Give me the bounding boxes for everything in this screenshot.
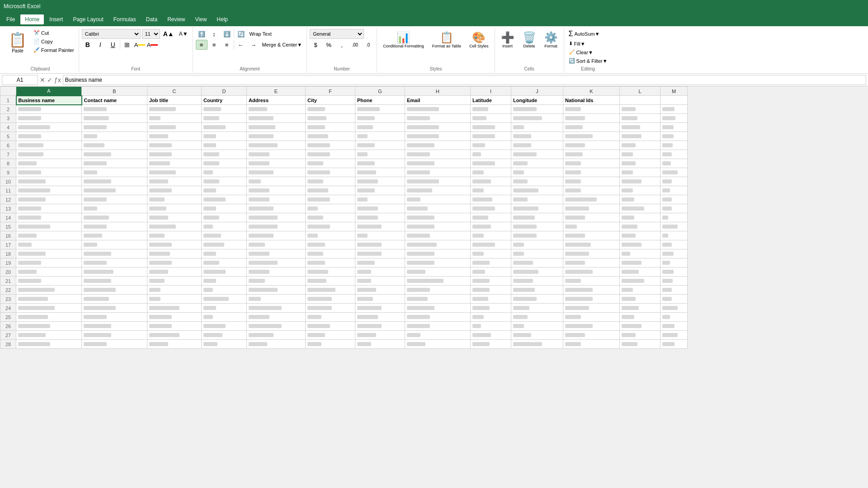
cell-B20[interactable] xyxy=(82,267,147,277)
cell-B4[interactable] xyxy=(82,123,147,132)
cell-I15[interactable] xyxy=(471,222,511,231)
row-num-24[interactable]: 24 xyxy=(0,304,16,313)
cell-C22[interactable] xyxy=(147,286,202,295)
row-num-18[interactable]: 18 xyxy=(0,249,16,258)
cell-J11[interactable] xyxy=(511,186,563,195)
cell-I27[interactable] xyxy=(471,331,511,340)
cell-F23[interactable] xyxy=(306,295,355,304)
cell-H5[interactable] xyxy=(405,132,471,141)
cell-A28[interactable] xyxy=(16,340,82,349)
menu-item-review[interactable]: Review xyxy=(163,14,189,24)
cell-I4[interactable] xyxy=(471,123,511,132)
cell-E25[interactable] xyxy=(247,313,306,322)
cell-A13[interactable] xyxy=(16,204,82,213)
font-color-button[interactable]: A xyxy=(146,40,158,50)
cell-L13[interactable] xyxy=(620,204,660,213)
cell-C27[interactable] xyxy=(147,331,202,340)
cell-L27[interactable] xyxy=(620,331,660,340)
merge-center-button[interactable]: Merge & Center▼ xyxy=(260,41,304,48)
cell-J25[interactable] xyxy=(511,313,563,322)
border-button[interactable]: ⊞ xyxy=(121,40,133,50)
cell-I28[interactable] xyxy=(471,340,511,349)
cell-J26[interactable] xyxy=(511,322,563,331)
row-num-5[interactable]: 5 xyxy=(0,132,16,141)
cell-I21[interactable] xyxy=(471,277,511,286)
cell-L16[interactable] xyxy=(620,231,660,240)
sort-filter-button[interactable]: 🔃 Sort & Filter▼ xyxy=(567,57,609,65)
cell-F28[interactable] xyxy=(306,340,355,349)
cell-K19[interactable] xyxy=(563,258,620,267)
row-num-21[interactable]: 21 xyxy=(0,277,16,286)
cell-M21[interactable] xyxy=(660,277,688,286)
cell-H4[interactable] xyxy=(405,123,471,132)
cell-A27[interactable] xyxy=(16,331,82,340)
cell-I13[interactable] xyxy=(471,204,511,213)
cell-L18[interactable] xyxy=(620,249,660,258)
format-painter-button[interactable]: 🖌️ Format Painter xyxy=(32,46,76,54)
cell-K20[interactable] xyxy=(563,267,620,277)
cell-J28[interactable] xyxy=(511,340,563,349)
bold-button[interactable]: B xyxy=(82,40,94,50)
cell-K6[interactable] xyxy=(563,141,620,150)
autosum-button[interactable]: Σ AutoSum▼ xyxy=(567,29,602,39)
row-num-25[interactable]: 25 xyxy=(0,313,16,322)
cell-A3[interactable] xyxy=(16,114,82,123)
cell-D8[interactable] xyxy=(202,159,247,168)
row-num-28[interactable]: 28 xyxy=(0,340,16,349)
cell-J21[interactable] xyxy=(511,277,563,286)
cell-I16[interactable] xyxy=(471,231,511,240)
cell-M8[interactable] xyxy=(660,159,688,168)
confirm-formula-icon[interactable]: ✓ xyxy=(47,76,52,84)
cell-G9[interactable] xyxy=(355,168,405,177)
menu-item-help[interactable]: Help xyxy=(212,14,232,24)
row-num-27[interactable]: 27 xyxy=(0,331,16,340)
cell-D10[interactable] xyxy=(202,177,247,186)
cell-C11[interactable] xyxy=(147,186,202,195)
cell-L24[interactable] xyxy=(620,304,660,313)
cell-B28[interactable] xyxy=(82,340,147,349)
cell-L9[interactable] xyxy=(620,168,660,177)
cell-K2[interactable] xyxy=(563,105,620,114)
cell-A6[interactable] xyxy=(16,141,82,150)
col-header-J[interactable]: J xyxy=(511,87,563,96)
row-num-20[interactable]: 20 xyxy=(0,267,16,277)
cell-I22[interactable] xyxy=(471,286,511,295)
cell-M2[interactable] xyxy=(660,105,688,114)
cell-E11[interactable] xyxy=(247,186,306,195)
cell-D26[interactable] xyxy=(202,322,247,331)
cell-E16[interactable] xyxy=(247,231,306,240)
cell-F2[interactable] xyxy=(306,105,355,114)
cell-G19[interactable] xyxy=(355,258,405,267)
cell-A17[interactable] xyxy=(16,240,82,249)
col-header-B[interactable]: B xyxy=(82,87,147,96)
comma-button[interactable]: , xyxy=(336,40,348,50)
cell-L26[interactable] xyxy=(620,322,660,331)
cell-E7[interactable] xyxy=(247,150,306,159)
cell-G23[interactable] xyxy=(355,295,405,304)
cell-L20[interactable] xyxy=(620,267,660,277)
cell-C19[interactable] xyxy=(147,258,202,267)
cell-I9[interactable] xyxy=(471,168,511,177)
cell-C14[interactable] xyxy=(147,213,202,222)
cell-K1[interactable]: National Ids xyxy=(563,96,620,105)
row-num-23[interactable]: 23 xyxy=(0,295,16,304)
cell-I19[interactable] xyxy=(471,258,511,267)
cell-B14[interactable] xyxy=(82,213,147,222)
cell-G8[interactable] xyxy=(355,159,405,168)
cell-K15[interactable] xyxy=(563,222,620,231)
col-header-K[interactable]: K xyxy=(563,87,620,96)
cell-I8[interactable] xyxy=(471,159,511,168)
format-as-table-button[interactable]: 📋 Format as Table xyxy=(429,29,464,51)
cell-C3[interactable] xyxy=(147,114,202,123)
cell-D24[interactable] xyxy=(202,304,247,313)
cell-M5[interactable] xyxy=(660,132,688,141)
cell-H16[interactable] xyxy=(405,231,471,240)
cell-J5[interactable] xyxy=(511,132,563,141)
cell-D14[interactable] xyxy=(202,213,247,222)
cell-F21[interactable] xyxy=(306,277,355,286)
insert-button[interactable]: ➕ Insert xyxy=(498,29,518,51)
currency-button[interactable]: $ xyxy=(310,40,321,50)
cell-B12[interactable] xyxy=(82,195,147,204)
col-header-I[interactable]: I xyxy=(471,87,511,96)
cell-B6[interactable] xyxy=(82,141,147,150)
